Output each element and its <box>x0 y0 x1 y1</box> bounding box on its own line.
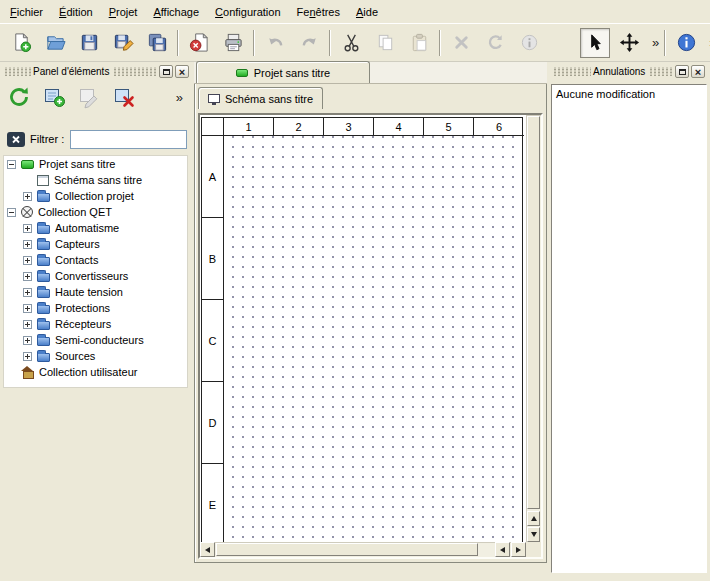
expand-icon[interactable] <box>23 224 32 233</box>
move-tool-icon <box>619 32 640 53</box>
collapse-icon[interactable] <box>7 160 16 169</box>
float-panel-button[interactable] <box>159 65 173 78</box>
collapse-icon[interactable] <box>7 208 16 217</box>
menu-edition[interactable]: Édition <box>51 2 101 22</box>
expand-icon[interactable] <box>23 336 32 345</box>
move-tool-button[interactable] <box>614 28 644 58</box>
clear-filter-button[interactable] <box>6 130 26 149</box>
toolbar-separator <box>329 30 331 56</box>
toolbar-separator <box>177 30 179 56</box>
tree-item-protections[interactable]: Protections <box>4 300 187 316</box>
filter-input[interactable] <box>70 130 187 149</box>
copy-button[interactable] <box>370 28 400 58</box>
column-header-cell: 5 <box>424 118 474 136</box>
cut-button[interactable] <box>336 28 366 58</box>
expand-icon[interactable] <box>23 192 32 201</box>
vertical-scrollbar-thumb[interactable] <box>527 116 540 509</box>
scroll-up-button[interactable] <box>527 511 540 526</box>
schema-icon <box>208 94 220 103</box>
delete-element-icon <box>112 85 136 109</box>
expand-icon[interactable] <box>23 320 32 329</box>
delete-element-button[interactable] <box>109 83 138 112</box>
expand-icon[interactable] <box>23 304 32 313</box>
tree-item-contacts[interactable]: Contacts <box>4 252 187 268</box>
tree-item-sources[interactable]: Sources <box>4 348 187 364</box>
paste-button[interactable] <box>404 28 434 58</box>
grip-texture <box>553 67 591 76</box>
tab-schema-sans-titre[interactable]: Schéma sans titre <box>198 87 323 109</box>
grid-dots <box>224 136 522 542</box>
save-button[interactable] <box>74 28 104 58</box>
close-panel-button[interactable] <box>691 65 705 78</box>
reload-collections-button[interactable] <box>4 83 33 112</box>
vertical-scrollbar[interactable] <box>526 115 541 542</box>
new-document-button[interactable] <box>6 28 36 58</box>
close-panel-button[interactable] <box>175 65 189 78</box>
redo-button[interactable] <box>294 28 324 58</box>
schema-icon <box>37 175 49 186</box>
tree-item-collection-projet[interactable]: Collection projet <box>4 188 187 204</box>
print-button[interactable] <box>218 28 248 58</box>
scroll-down-button[interactable] <box>527 527 540 542</box>
tree-item-haute-tension[interactable]: Haute tension <box>4 284 187 300</box>
open-document-button[interactable] <box>40 28 70 58</box>
float-panel-button[interactable] <box>675 65 689 78</box>
main-toolbar: » » <box>0 23 710 62</box>
new-element-button[interactable] <box>39 83 68 112</box>
tree-item-schema-sans-titre[interactable]: Schéma sans titre <box>4 172 187 188</box>
tree-item-recepteurs[interactable]: Récepteurs <box>4 316 187 332</box>
tree-item-collection-utilisateur[interactable]: Collection utilisateur <box>4 364 187 380</box>
menu-projet[interactable]: Projet <box>101 2 146 22</box>
scroll-right-button[interactable] <box>511 542 526 557</box>
tree-item-collection-qet[interactable]: Collection QET <box>4 204 187 220</box>
toolbar-separator <box>439 30 441 56</box>
toolbar-overflow-chevron[interactable]: » <box>648 35 663 50</box>
scroll-left-button[interactable] <box>200 542 215 557</box>
clear-filter-icon <box>6 130 26 149</box>
column-header-cell: 6 <box>474 118 524 136</box>
menu-fichier[interactable]: Fichier <box>2 2 51 22</box>
horizontal-scrollbar[interactable] <box>200 542 526 557</box>
undo-button[interactable] <box>260 28 290 58</box>
expand-icon[interactable] <box>23 272 32 281</box>
panel-toolbar-overflow-chevron[interactable]: » <box>176 90 183 105</box>
menu-configuration[interactable]: Configuration <box>207 2 288 22</box>
rotate-icon <box>485 32 506 53</box>
tree-item-projet-sans-titre[interactable]: Projet sans titre <box>4 156 187 172</box>
horizontal-scrollbar-thumb[interactable] <box>216 543 478 556</box>
schema-canvas[interactable]: 1 2 3 4 5 6 A B C D E <box>200 115 526 542</box>
expand-icon[interactable] <box>23 288 32 297</box>
scroll-left-button-2[interactable] <box>495 542 510 557</box>
rotate-button[interactable] <box>480 28 510 58</box>
tree-item-convertisseurs[interactable]: Convertisseurs <box>4 268 187 284</box>
undo-list-item[interactable]: Aucune modification <box>556 88 702 100</box>
object-info-button[interactable] <box>514 28 544 58</box>
save-icon <box>79 32 100 53</box>
tree-item-semi-conducteurs[interactable]: Semi-conducteurs <box>4 332 187 348</box>
elements-panel-titlebar[interactable]: Panel d'éléments <box>2 64 191 79</box>
toolbar-overflow-chevron-2[interactable]: » <box>705 35 710 50</box>
delete-button[interactable] <box>446 28 476 58</box>
expand-icon[interactable] <box>23 352 32 361</box>
expand-icon[interactable] <box>23 256 32 265</box>
schema-sheet: 1 2 3 4 5 6 A B C D E <box>201 117 523 542</box>
tree-item-capteurs[interactable]: Capteurs <box>4 236 187 252</box>
row-ruler: A B C D E <box>202 136 224 542</box>
elements-panel-title: Panel d'éléments <box>31 66 113 77</box>
menu-affichage[interactable]: Affichage <box>145 2 207 22</box>
folder-icon <box>37 337 50 346</box>
edit-element-button[interactable] <box>74 83 103 112</box>
row-header-cell: A <box>202 136 224 218</box>
undo-history-list[interactable]: Aucune modification <box>551 84 707 573</box>
tab-projet-sans-titre[interactable]: Projet sans titre <box>196 61 370 83</box>
undo-panel-titlebar[interactable]: Annulations <box>551 64 707 79</box>
save-all-button[interactable] <box>142 28 172 58</box>
menu-fenetres[interactable]: Fenêtres <box>289 2 348 22</box>
menu-aide[interactable]: Aide <box>348 2 386 22</box>
about-button[interactable] <box>671 28 701 58</box>
select-tool-button[interactable] <box>580 28 610 58</box>
close-file-button[interactable] <box>184 28 214 58</box>
expand-icon[interactable] <box>23 240 32 249</box>
tree-item-automatisme[interactable]: Automatisme <box>4 220 187 236</box>
save-as-button[interactable] <box>108 28 138 58</box>
